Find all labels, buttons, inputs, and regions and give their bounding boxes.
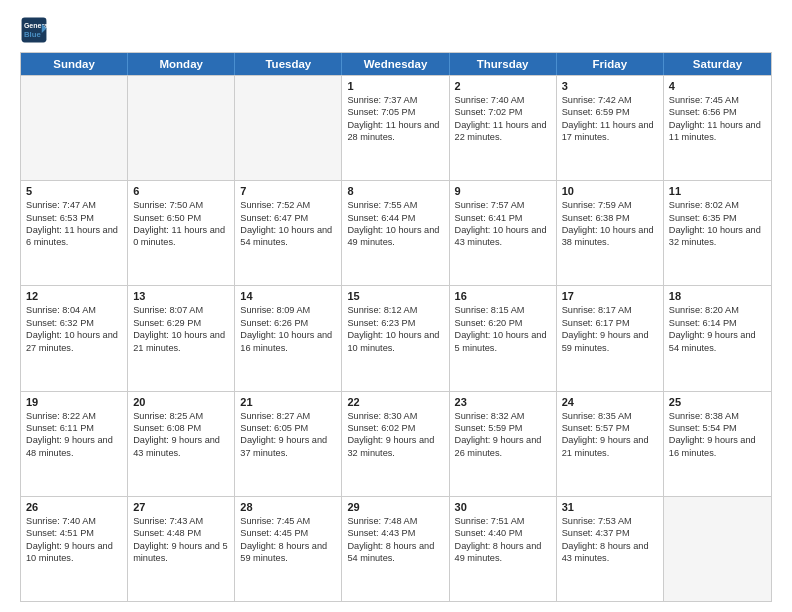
week-row-1: 1Sunrise: 7:37 AM Sunset: 7:05 PM Daylig… xyxy=(21,75,771,180)
day-number: 4 xyxy=(669,80,766,92)
week-row-2: 5Sunrise: 7:47 AM Sunset: 6:53 PM Daylig… xyxy=(21,180,771,285)
calendar: SundayMondayTuesdayWednesdayThursdayFrid… xyxy=(20,52,772,602)
day-info: Sunrise: 7:48 AM Sunset: 4:43 PM Dayligh… xyxy=(347,515,443,565)
calendar-cell xyxy=(128,76,235,180)
header-day-friday: Friday xyxy=(557,53,664,75)
calendar-cell: 21Sunrise: 8:27 AM Sunset: 6:05 PM Dayli… xyxy=(235,392,342,496)
day-info: Sunrise: 8:09 AM Sunset: 6:26 PM Dayligh… xyxy=(240,304,336,354)
calendar-cell: 24Sunrise: 8:35 AM Sunset: 5:57 PM Dayli… xyxy=(557,392,664,496)
day-number: 21 xyxy=(240,396,336,408)
day-info: Sunrise: 8:38 AM Sunset: 5:54 PM Dayligh… xyxy=(669,410,766,460)
day-info: Sunrise: 7:45 AM Sunset: 4:45 PM Dayligh… xyxy=(240,515,336,565)
day-number: 24 xyxy=(562,396,658,408)
day-info: Sunrise: 7:57 AM Sunset: 6:41 PM Dayligh… xyxy=(455,199,551,249)
week-row-5: 26Sunrise: 7:40 AM Sunset: 4:51 PM Dayli… xyxy=(21,496,771,601)
calendar-body: 1Sunrise: 7:37 AM Sunset: 7:05 PM Daylig… xyxy=(21,75,771,601)
day-info: Sunrise: 7:51 AM Sunset: 4:40 PM Dayligh… xyxy=(455,515,551,565)
day-info: Sunrise: 8:02 AM Sunset: 6:35 PM Dayligh… xyxy=(669,199,766,249)
day-info: Sunrise: 8:15 AM Sunset: 6:20 PM Dayligh… xyxy=(455,304,551,354)
week-row-4: 19Sunrise: 8:22 AM Sunset: 6:11 PM Dayli… xyxy=(21,391,771,496)
day-number: 25 xyxy=(669,396,766,408)
day-number: 20 xyxy=(133,396,229,408)
day-info: Sunrise: 8:27 AM Sunset: 6:05 PM Dayligh… xyxy=(240,410,336,460)
day-number: 13 xyxy=(133,290,229,302)
day-info: Sunrise: 7:40 AM Sunset: 7:02 PM Dayligh… xyxy=(455,94,551,144)
calendar-cell: 19Sunrise: 8:22 AM Sunset: 6:11 PM Dayli… xyxy=(21,392,128,496)
calendar-cell: 17Sunrise: 8:17 AM Sunset: 6:17 PM Dayli… xyxy=(557,286,664,390)
page-header: General Blue xyxy=(20,16,772,44)
calendar-cell: 8Sunrise: 7:55 AM Sunset: 6:44 PM Daylig… xyxy=(342,181,449,285)
day-number: 9 xyxy=(455,185,551,197)
calendar-cell: 11Sunrise: 8:02 AM Sunset: 6:35 PM Dayli… xyxy=(664,181,771,285)
day-info: Sunrise: 8:07 AM Sunset: 6:29 PM Dayligh… xyxy=(133,304,229,354)
day-number: 18 xyxy=(669,290,766,302)
day-number: 14 xyxy=(240,290,336,302)
calendar-cell: 29Sunrise: 7:48 AM Sunset: 4:43 PM Dayli… xyxy=(342,497,449,601)
day-number: 10 xyxy=(562,185,658,197)
day-info: Sunrise: 8:35 AM Sunset: 5:57 PM Dayligh… xyxy=(562,410,658,460)
day-info: Sunrise: 8:22 AM Sunset: 6:11 PM Dayligh… xyxy=(26,410,122,460)
day-number: 27 xyxy=(133,501,229,513)
calendar-cell: 4Sunrise: 7:45 AM Sunset: 6:56 PM Daylig… xyxy=(664,76,771,180)
calendar-cell: 26Sunrise: 7:40 AM Sunset: 4:51 PM Dayli… xyxy=(21,497,128,601)
calendar-cell: 28Sunrise: 7:45 AM Sunset: 4:45 PM Dayli… xyxy=(235,497,342,601)
day-info: Sunrise: 8:20 AM Sunset: 6:14 PM Dayligh… xyxy=(669,304,766,354)
calendar-cell: 7Sunrise: 7:52 AM Sunset: 6:47 PM Daylig… xyxy=(235,181,342,285)
calendar-cell: 22Sunrise: 8:30 AM Sunset: 6:02 PM Dayli… xyxy=(342,392,449,496)
day-number: 28 xyxy=(240,501,336,513)
day-number: 16 xyxy=(455,290,551,302)
day-number: 3 xyxy=(562,80,658,92)
calendar-cell: 6Sunrise: 7:50 AM Sunset: 6:50 PM Daylig… xyxy=(128,181,235,285)
calendar-cell xyxy=(235,76,342,180)
calendar-cell: 15Sunrise: 8:12 AM Sunset: 6:23 PM Dayli… xyxy=(342,286,449,390)
day-info: Sunrise: 7:47 AM Sunset: 6:53 PM Dayligh… xyxy=(26,199,122,249)
header-day-wednesday: Wednesday xyxy=(342,53,449,75)
calendar-header: SundayMondayTuesdayWednesdayThursdayFrid… xyxy=(21,53,771,75)
day-info: Sunrise: 7:53 AM Sunset: 4:37 PM Dayligh… xyxy=(562,515,658,565)
logo: General Blue xyxy=(20,16,48,44)
day-info: Sunrise: 7:45 AM Sunset: 6:56 PM Dayligh… xyxy=(669,94,766,144)
day-info: Sunrise: 8:30 AM Sunset: 6:02 PM Dayligh… xyxy=(347,410,443,460)
day-info: Sunrise: 7:37 AM Sunset: 7:05 PM Dayligh… xyxy=(347,94,443,144)
calendar-cell: 27Sunrise: 7:43 AM Sunset: 4:48 PM Dayli… xyxy=(128,497,235,601)
day-number: 2 xyxy=(455,80,551,92)
calendar-cell: 10Sunrise: 7:59 AM Sunset: 6:38 PM Dayli… xyxy=(557,181,664,285)
day-number: 30 xyxy=(455,501,551,513)
day-info: Sunrise: 8:17 AM Sunset: 6:17 PM Dayligh… xyxy=(562,304,658,354)
day-number: 6 xyxy=(133,185,229,197)
day-number: 26 xyxy=(26,501,122,513)
day-info: Sunrise: 7:42 AM Sunset: 6:59 PM Dayligh… xyxy=(562,94,658,144)
header-day-sunday: Sunday xyxy=(21,53,128,75)
calendar-cell: 14Sunrise: 8:09 AM Sunset: 6:26 PM Dayli… xyxy=(235,286,342,390)
calendar-cell: 5Sunrise: 7:47 AM Sunset: 6:53 PM Daylig… xyxy=(21,181,128,285)
day-info: Sunrise: 8:25 AM Sunset: 6:08 PM Dayligh… xyxy=(133,410,229,460)
day-info: Sunrise: 7:55 AM Sunset: 6:44 PM Dayligh… xyxy=(347,199,443,249)
day-number: 29 xyxy=(347,501,443,513)
day-number: 8 xyxy=(347,185,443,197)
day-number: 19 xyxy=(26,396,122,408)
calendar-cell: 31Sunrise: 7:53 AM Sunset: 4:37 PM Dayli… xyxy=(557,497,664,601)
calendar-cell: 23Sunrise: 8:32 AM Sunset: 5:59 PM Dayli… xyxy=(450,392,557,496)
calendar-cell: 12Sunrise: 8:04 AM Sunset: 6:32 PM Dayli… xyxy=(21,286,128,390)
header-day-saturday: Saturday xyxy=(664,53,771,75)
day-number: 1 xyxy=(347,80,443,92)
calendar-cell: 16Sunrise: 8:15 AM Sunset: 6:20 PM Dayli… xyxy=(450,286,557,390)
day-number: 31 xyxy=(562,501,658,513)
day-number: 22 xyxy=(347,396,443,408)
logo-icon: General Blue xyxy=(20,16,48,44)
header-day-thursday: Thursday xyxy=(450,53,557,75)
calendar-cell: 25Sunrise: 8:38 AM Sunset: 5:54 PM Dayli… xyxy=(664,392,771,496)
day-info: Sunrise: 7:43 AM Sunset: 4:48 PM Dayligh… xyxy=(133,515,229,565)
day-info: Sunrise: 8:04 AM Sunset: 6:32 PM Dayligh… xyxy=(26,304,122,354)
day-number: 17 xyxy=(562,290,658,302)
calendar-cell: 13Sunrise: 8:07 AM Sunset: 6:29 PM Dayli… xyxy=(128,286,235,390)
day-number: 15 xyxy=(347,290,443,302)
day-info: Sunrise: 8:12 AM Sunset: 6:23 PM Dayligh… xyxy=(347,304,443,354)
calendar-cell: 2Sunrise: 7:40 AM Sunset: 7:02 PM Daylig… xyxy=(450,76,557,180)
day-number: 7 xyxy=(240,185,336,197)
calendar-cell: 3Sunrise: 7:42 AM Sunset: 6:59 PM Daylig… xyxy=(557,76,664,180)
day-number: 11 xyxy=(669,185,766,197)
header-day-tuesday: Tuesday xyxy=(235,53,342,75)
calendar-cell: 9Sunrise: 7:57 AM Sunset: 6:41 PM Daylig… xyxy=(450,181,557,285)
calendar-cell: 30Sunrise: 7:51 AM Sunset: 4:40 PM Dayli… xyxy=(450,497,557,601)
